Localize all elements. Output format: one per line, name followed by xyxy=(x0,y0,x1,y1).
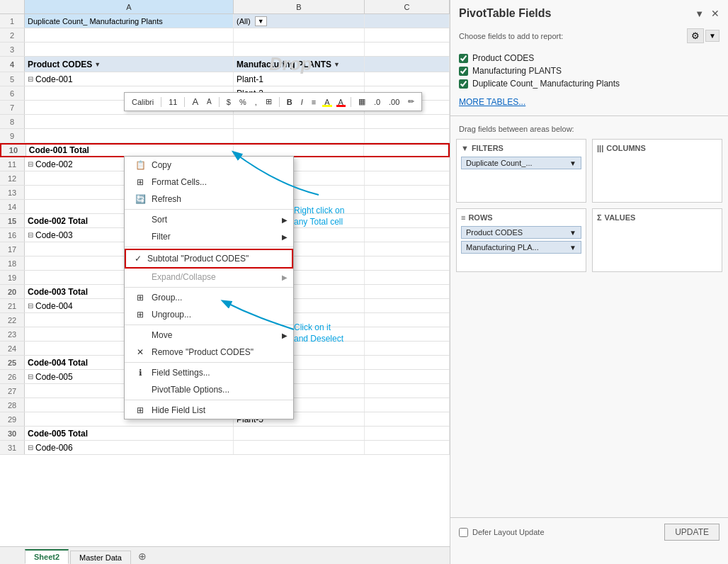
refresh-icon: 🔄 xyxy=(133,194,147,204)
field-checkbox-manufacturing-plants[interactable] xyxy=(459,67,468,76)
pivot-header-icons: ▼ ✕ xyxy=(695,8,720,19)
font-size[interactable]: 11 xyxy=(166,96,180,108)
currency-icon[interactable]: $ xyxy=(224,96,234,108)
cell-b10 xyxy=(234,145,364,156)
inc-decimal-icon[interactable]: .00 xyxy=(386,96,402,108)
sheet-tab-master-data[interactable]: Master Data xyxy=(70,551,131,564)
rows-field-arrow2[interactable]: ▼ xyxy=(569,244,576,252)
font-color-icon[interactable]: A xyxy=(336,96,346,108)
menu-item-group[interactable]: ⊞ Group... xyxy=(125,289,293,306)
menu-item-move[interactable]: Move ▶ xyxy=(125,327,293,344)
cell-c8 xyxy=(365,115,450,128)
cell-c21 xyxy=(365,299,450,312)
row-number: 28 xyxy=(0,398,25,412)
border-icon[interactable]: ⊞ xyxy=(263,96,275,108)
filter-area-label: FILTERS xyxy=(472,144,504,152)
row-number: 15 xyxy=(0,214,25,227)
menu-item-remove[interactable]: ✕ Remove "Product CODES" xyxy=(125,344,293,361)
menu-item-field-settings[interactable]: ℹ Field Settings... xyxy=(125,364,293,381)
pivot-field-manufacturing-plants[interactable]: Manufacturing PLANTS xyxy=(459,64,720,77)
sheet-tabs: Sheet2 Master Data ⊕ xyxy=(0,546,450,564)
field-checkbox-product-codes[interactable] xyxy=(459,54,468,63)
menu-item-hide-field-list[interactable]: ⊞ Hide Field List xyxy=(125,402,293,419)
menu-item-sort[interactable]: Sort ▶ xyxy=(125,211,293,228)
menu-item-ungroup[interactable]: ⊞ Ungroup... xyxy=(125,306,293,323)
toolbar-separator xyxy=(219,97,220,107)
table-row: 8 xyxy=(0,115,450,129)
annotation-text-click-deselect: Click on itand Deselect xyxy=(294,322,343,344)
menu-item-expand-collapse[interactable]: Expand/Collapse ▶ xyxy=(125,269,293,286)
pivot-divider xyxy=(450,115,728,116)
menu-item-format-cells[interactable]: ⊞ Format Cells... xyxy=(125,174,293,191)
cell-c26 xyxy=(365,370,450,383)
fill-color-icon[interactable]: A xyxy=(322,96,332,108)
menu-item-filter[interactable]: Filter ▶ xyxy=(125,228,293,245)
menu-item-copy[interactable]: 📋 Copy xyxy=(125,157,293,174)
defer-checkbox[interactable] xyxy=(459,528,468,537)
cell-a1: Duplicate Count_ Manufacturing Plants xyxy=(25,14,234,28)
pivot-panel-header: PivotTable Fields ▼ ✕ xyxy=(450,0,728,27)
filter-field-arrow[interactable]: ▼ xyxy=(569,159,576,167)
comma-icon[interactable]: , xyxy=(252,96,260,108)
dec-decimal-icon[interactable]: .0 xyxy=(371,96,383,108)
rows-field-label-product-codes: Product CODES xyxy=(466,228,523,237)
remove-icon: ✕ xyxy=(133,347,147,357)
menu-item-pivottable-options[interactable]: PivotTable Options... xyxy=(125,381,293,398)
right-click-annotation: Right click onany Total cell xyxy=(294,205,344,227)
row-number: 10 xyxy=(1,145,26,156)
rows-field-arrow[interactable]: ▼ xyxy=(569,229,576,237)
values-area-icon: Σ xyxy=(597,213,602,222)
increase-font-icon[interactable]: A xyxy=(189,95,201,108)
rows-area-label: ROWS xyxy=(468,213,492,222)
sheet-tab-sheet2[interactable]: Sheet2 xyxy=(25,549,69,564)
align-button[interactable]: ≡ xyxy=(309,96,319,108)
cell-c17 xyxy=(365,242,450,256)
rows-field-tag-product-codes[interactable]: Product CODES ▼ xyxy=(461,226,581,239)
menu-item-refresh[interactable]: 🔄 Refresh xyxy=(125,191,293,208)
font-name[interactable]: Calibri xyxy=(129,96,157,108)
copy-icon: 📋 xyxy=(133,160,147,170)
settings-icon[interactable]: ⚙ xyxy=(687,28,704,43)
pin-icon[interactable]: ▼ xyxy=(695,9,704,19)
row-number: 30 xyxy=(0,427,25,440)
row-number: 16 xyxy=(0,228,25,242)
cell-a9 xyxy=(25,129,234,142)
italic-button[interactable]: I xyxy=(298,96,306,108)
cell-c29 xyxy=(365,412,450,426)
table-row: 31 ⊟Code-006 xyxy=(0,441,450,455)
toolbar-separator xyxy=(279,97,280,107)
cell-c2 xyxy=(365,28,450,42)
rows-field-tag-manufacturing-pla[interactable]: Manufacturing PLA... ▼ xyxy=(461,241,581,254)
pivot-field-product-codes[interactable]: Product CODES xyxy=(459,52,720,64)
filter-dropdown[interactable]: ▼ xyxy=(255,16,267,26)
update-button[interactable]: UPDATE xyxy=(664,524,720,541)
settings-dropdown-arrow[interactable]: ▼ xyxy=(705,30,720,42)
checkmark-icon: ✓ xyxy=(135,254,144,264)
ungroup-icon: ⊞ xyxy=(133,310,147,320)
cell-c18 xyxy=(365,256,450,270)
row-number: 25 xyxy=(0,356,25,369)
table-row: 10 Code-001 Total xyxy=(0,143,450,157)
percent-icon[interactable]: % xyxy=(237,96,249,108)
column-header-row: A B C xyxy=(0,0,450,14)
menu-separator xyxy=(125,400,293,400)
menu-item-label: PivotTable Options... xyxy=(152,385,229,395)
menu-item-subtotal[interactable]: ✓ Subtotal "Product CODES" xyxy=(125,249,293,269)
drag-fields-label: Drag fields between areas below: xyxy=(450,122,728,139)
cell-a3: Drop xyxy=(25,43,234,56)
paint-icon[interactable]: ✏ xyxy=(405,96,417,108)
col-b-header: B xyxy=(234,0,365,13)
pivot-field-duplicate-count[interactable]: Duplicate Count_ Manufacturing Plants xyxy=(459,77,720,90)
field-checkbox-duplicate-count[interactable] xyxy=(459,79,468,89)
add-sheet-button[interactable]: ⊕ xyxy=(132,548,152,564)
submenu-arrow: ▶ xyxy=(282,216,288,224)
decrease-font-icon[interactable]: A xyxy=(204,96,215,107)
pivot-area-values: Σ VALUES xyxy=(592,208,722,272)
bold-button[interactable]: B xyxy=(284,96,295,108)
filter-field-tag-duplicate-count[interactable]: Duplicate Count_... ▼ xyxy=(461,157,581,169)
menu-item-label: Filter xyxy=(152,232,171,242)
row-number: 27 xyxy=(0,384,25,397)
more-tables-link[interactable]: MORE TABLES... xyxy=(450,94,728,110)
close-icon[interactable]: ✕ xyxy=(711,8,720,19)
merge-icon[interactable]: ▦ xyxy=(356,96,368,108)
